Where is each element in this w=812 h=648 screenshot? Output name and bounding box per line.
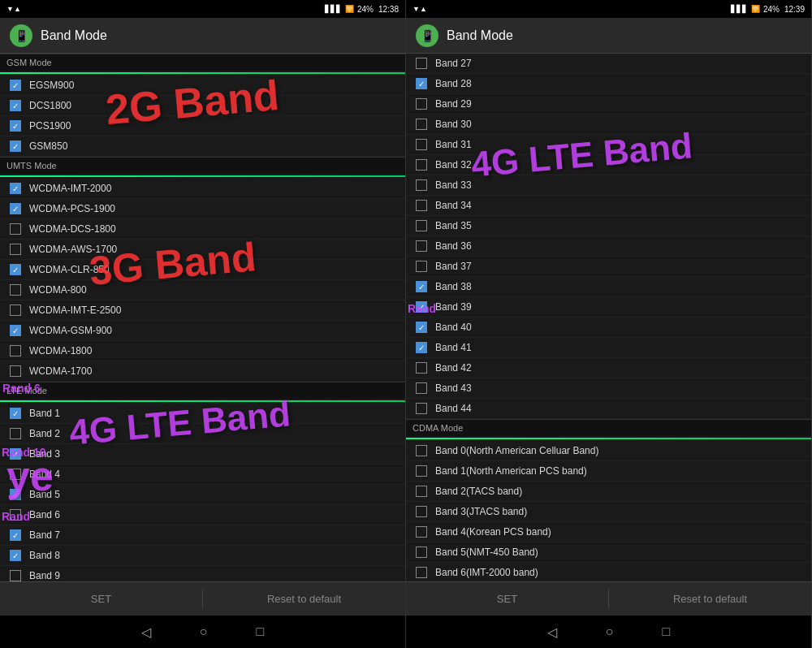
- checkbox-r38[interactable]: [416, 281, 427, 292]
- checkbox-lte4[interactable]: [10, 469, 21, 480]
- checkbox-wpcs1900[interactable]: [10, 203, 21, 214]
- checkbox-egsm900[interactable]: [10, 80, 21, 91]
- checkbox-c1[interactable]: [416, 465, 427, 477]
- checkbox-r35[interactable]: [416, 220, 427, 231]
- lte-band4[interactable]: Band 4: [0, 464, 405, 485]
- umts-band-dcs1800[interactable]: WCDMA-DCS-1800: [0, 219, 405, 240]
- checkbox-lte9[interactable]: [10, 570, 21, 581]
- umts-band-imte2500[interactable]: WCDMA-IMT-E-2500: [0, 300, 405, 321]
- gsm-band-egsm900[interactable]: EGSM900: [0, 76, 405, 96]
- umts-band-gsm900[interactable]: WCDMA-GSM-900: [0, 321, 405, 341]
- checkbox-r42[interactable]: [416, 362, 427, 374]
- home-button-left[interactable]: ○: [200, 624, 208, 639]
- checkbox-r36[interactable]: [416, 240, 427, 252]
- umts-band-aws1700[interactable]: WCDMA-AWS-1700: [0, 240, 405, 260]
- cdma-band6[interactable]: Band 6(IMT-2000 band): [406, 563, 811, 581]
- checkbox-wdcs1800[interactable]: [10, 223, 21, 235]
- lte-band44[interactable]: Band 44: [406, 399, 811, 419]
- set-button-left[interactable]: SET: [0, 582, 202, 616]
- checkbox-c4[interactable]: [416, 526, 427, 538]
- gsm-band-dcs1800[interactable]: DCS1800: [0, 96, 405, 116]
- checkbox-lte6[interactable]: [10, 509, 21, 521]
- checkbox-lte2[interactable]: [10, 428, 21, 439]
- reset-button-left[interactable]: Reset to default: [203, 582, 405, 616]
- checkbox-lte7[interactable]: [10, 529, 21, 541]
- checkbox-w1700[interactable]: [10, 365, 21, 377]
- checkbox-r39[interactable]: [416, 301, 427, 313]
- umts-band-pcs1900[interactable]: WCDMA-PCS-1900: [0, 199, 405, 219]
- gsm-band-gsm850[interactable]: GSM850: [0, 136, 405, 157]
- reset-button-right[interactable]: Reset to default: [609, 582, 811, 616]
- checkbox-imt2000[interactable]: [10, 183, 21, 194]
- checkbox-c3[interactable]: [416, 506, 427, 517]
- lte-band37[interactable]: Band 37: [406, 257, 811, 277]
- checkbox-r37[interactable]: [416, 261, 427, 272]
- checkbox-gsm850[interactable]: [10, 140, 21, 152]
- cdma-band5[interactable]: Band 5(NMT-450 Band): [406, 542, 811, 563]
- lte-band35[interactable]: Band 35: [406, 216, 811, 236]
- umts-band-1800[interactable]: WCDMA-1800: [0, 341, 405, 361]
- checkbox-c2[interactable]: [416, 486, 427, 497]
- checkbox-lte8[interactable]: [10, 550, 21, 561]
- checkbox-dcs1800[interactable]: [10, 100, 21, 111]
- lte-band7[interactable]: Band 7: [0, 525, 405, 546]
- home-button-right[interactable]: ○: [606, 624, 614, 639]
- lte-band27[interactable]: Band 27: [406, 54, 811, 74]
- umts-band-imt2000[interactable]: WCDMA-IMT-2000: [0, 179, 405, 199]
- recents-button-left[interactable]: □: [257, 624, 265, 639]
- checkbox-r31[interactable]: [416, 139, 427, 150]
- checkbox-r32[interactable]: [416, 159, 427, 171]
- checkbox-c5[interactable]: [416, 546, 427, 558]
- lte-band29[interactable]: Band 29: [406, 94, 811, 114]
- checkbox-r28[interactable]: [416, 78, 427, 89]
- set-button-right[interactable]: SET: [406, 582, 608, 616]
- lte-band43[interactable]: Band 43: [406, 378, 811, 399]
- checkbox-c0[interactable]: [416, 445, 427, 456]
- lte-band6[interactable]: Band 6: [0, 505, 405, 525]
- lte-band5[interactable]: Band 5: [0, 485, 405, 505]
- checkbox-wgsm900[interactable]: [10, 325, 21, 336]
- back-button-right[interactable]: ◁: [547, 624, 557, 640]
- lte-band42[interactable]: Band 42: [406, 358, 811, 378]
- recents-button-right[interactable]: □: [663, 624, 671, 639]
- lte-band9[interactable]: Band 9: [0, 566, 405, 581]
- scroll-content-left[interactable]: GSM Mode EGSM900 DCS1800 PCS1900 GSM850 …: [0, 54, 405, 581]
- checkbox-w1800[interactable]: [10, 345, 21, 356]
- checkbox-r41[interactable]: [416, 342, 427, 353]
- cdma-band2[interactable]: Band 2(TACS band): [406, 482, 811, 502]
- lte-band39[interactable]: Band 39: [406, 297, 811, 318]
- umts-band-clr850[interactable]: WCDMA-CLR-850: [0, 260, 405, 280]
- checkbox-wimte2500[interactable]: [10, 305, 21, 316]
- lte-band41[interactable]: Band 41: [406, 338, 811, 358]
- lte-band33[interactable]: Band 33: [406, 175, 811, 196]
- checkbox-wclr850[interactable]: [10, 264, 21, 275]
- umts-band-1700[interactable]: WCDMA-1700: [0, 361, 405, 382]
- lte-band1[interactable]: Band 1: [0, 404, 405, 424]
- lte-band36[interactable]: Band 36: [406, 236, 811, 257]
- lte-band31[interactable]: Band 31: [406, 135, 811, 155]
- checkbox-lte3[interactable]: [10, 448, 21, 460]
- checkbox-r27[interactable]: [416, 58, 427, 69]
- checkbox-r33[interactable]: [416, 179, 427, 191]
- lte-band32[interactable]: Band 32: [406, 155, 811, 175]
- lte-band38[interactable]: Band 38: [406, 277, 811, 297]
- checkbox-r40[interactable]: [416, 322, 427, 333]
- cdma-band0[interactable]: Band 0(North American Celluar Band): [406, 441, 811, 461]
- checkbox-r29[interactable]: [416, 98, 427, 110]
- scroll-content-right[interactable]: Band 27 Band 28 Band 29 Band 30 Band 31 …: [406, 54, 811, 581]
- cdma-band3[interactable]: Band 3(JTACS band): [406, 502, 811, 522]
- checkbox-lte5[interactable]: [10, 489, 21, 500]
- lte-band34[interactable]: Band 34: [406, 196, 811, 216]
- lte-band3[interactable]: Band 3: [0, 444, 405, 464]
- checkbox-r30[interactable]: [416, 119, 427, 130]
- lte-band28[interactable]: Band 28: [406, 74, 811, 94]
- umts-band-800[interactable]: WCDMA-800: [0, 280, 405, 300]
- gsm-band-pcs1900[interactable]: PCS1900: [0, 116, 405, 136]
- cdma-band1[interactable]: Band 1(North American PCS band): [406, 461, 811, 482]
- lte-band40[interactable]: Band 40: [406, 318, 811, 338]
- checkbox-r34[interactable]: [416, 200, 427, 211]
- checkbox-r43[interactable]: [416, 382, 427, 394]
- checkbox-pcs1900[interactable]: [10, 120, 21, 132]
- lte-band2[interactable]: Band 2: [0, 424, 405, 444]
- checkbox-c6[interactable]: [416, 567, 427, 578]
